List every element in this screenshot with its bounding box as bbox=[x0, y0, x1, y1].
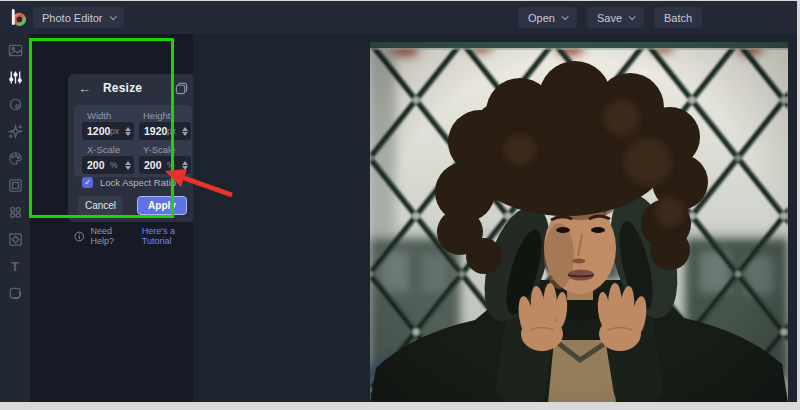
height-label: Height bbox=[143, 110, 170, 121]
chevron-down-icon bbox=[629, 13, 636, 20]
graphics-icon[interactable] bbox=[0, 226, 30, 253]
cancel-button[interactable]: Cancel bbox=[78, 196, 123, 215]
lock-aspect-ratio-row: ✓ Lock Aspect Ratio bbox=[82, 177, 176, 188]
open-button[interactable]: Open bbox=[518, 7, 577, 28]
x-scale-label: X-Scale bbox=[87, 144, 120, 155]
y-scale-input[interactable] bbox=[139, 159, 169, 171]
apply-button[interactable]: Apply bbox=[137, 196, 187, 215]
stepper-up-icon[interactable] bbox=[182, 161, 188, 165]
befunky-logo-icon[interactable] bbox=[9, 8, 28, 27]
artsy-icon[interactable] bbox=[0, 145, 30, 172]
top-bar-actions: Open Save Batch bbox=[518, 7, 702, 28]
stepper-up-icon[interactable] bbox=[182, 127, 188, 131]
stepper-down-icon[interactable] bbox=[182, 132, 188, 136]
stepper-down-icon[interactable] bbox=[182, 166, 188, 170]
touch-up-icon[interactable] bbox=[0, 91, 30, 118]
y-scale-label: Y-Scale bbox=[143, 144, 175, 155]
help-row: Need Help? Here's a Tutorial bbox=[74, 226, 204, 246]
app-mode-label: Photo Editor bbox=[42, 12, 103, 24]
photo-manager-icon[interactable] bbox=[0, 37, 30, 64]
width-field[interactable]: px bbox=[82, 122, 134, 140]
panel-column: ← Resize Width Height px px X-Scale Y-Sc… bbox=[30, 34, 193, 402]
stepper-down-icon[interactable] bbox=[125, 166, 131, 170]
x-scale-field[interactable]: % bbox=[82, 156, 134, 174]
save-button[interactable]: Save bbox=[587, 7, 644, 28]
canvas-photo bbox=[370, 42, 788, 402]
frames-icon[interactable] bbox=[0, 172, 30, 199]
stepper-up-icon[interactable] bbox=[125, 127, 131, 131]
height-field[interactable]: px bbox=[139, 122, 191, 140]
help-text: Need Help? bbox=[90, 226, 135, 246]
tool-rail: T bbox=[0, 34, 30, 402]
resize-panel-header: ← Resize bbox=[74, 80, 192, 96]
height-input[interactable] bbox=[139, 125, 169, 137]
textures-icon[interactable] bbox=[0, 280, 30, 307]
info-icon bbox=[74, 231, 84, 242]
width-stepper[interactable] bbox=[125, 127, 131, 136]
text-icon[interactable]: T bbox=[0, 253, 30, 280]
chevron-down-icon bbox=[109, 13, 116, 20]
y-scale-field[interactable]: % bbox=[139, 156, 191, 174]
pin-panel-icon[interactable] bbox=[175, 82, 188, 95]
stepper-down-icon[interactable] bbox=[125, 132, 131, 136]
overlays-icon[interactable] bbox=[0, 199, 30, 226]
top-bar: Photo Editor Open Save Batch bbox=[0, 1, 797, 34]
width-input[interactable] bbox=[82, 125, 112, 137]
x-scale-input[interactable] bbox=[82, 159, 112, 171]
lock-aspect-ratio-label: Lock Aspect Ratio bbox=[100, 177, 176, 188]
lock-aspect-ratio-checkbox[interactable]: ✓ bbox=[82, 177, 93, 188]
app-mode-dropdown[interactable]: Photo Editor bbox=[33, 7, 124, 28]
y-scale-stepper[interactable] bbox=[182, 161, 188, 170]
photo-editor-app: Photo Editor Open Save Batch bbox=[0, 1, 797, 402]
stepper-up-icon[interactable] bbox=[125, 161, 131, 165]
height-stepper[interactable] bbox=[182, 127, 188, 136]
effects-icon[interactable] bbox=[0, 118, 30, 145]
x-scale-stepper[interactable] bbox=[125, 161, 131, 170]
batch-button[interactable]: Batch bbox=[654, 7, 702, 28]
edit-sliders-icon[interactable] bbox=[0, 64, 30, 91]
back-arrow-icon[interactable]: ← bbox=[78, 81, 91, 96]
chevron-down-icon bbox=[562, 13, 569, 20]
width-label: Width bbox=[87, 110, 111, 121]
panel-title: Resize bbox=[103, 81, 142, 95]
